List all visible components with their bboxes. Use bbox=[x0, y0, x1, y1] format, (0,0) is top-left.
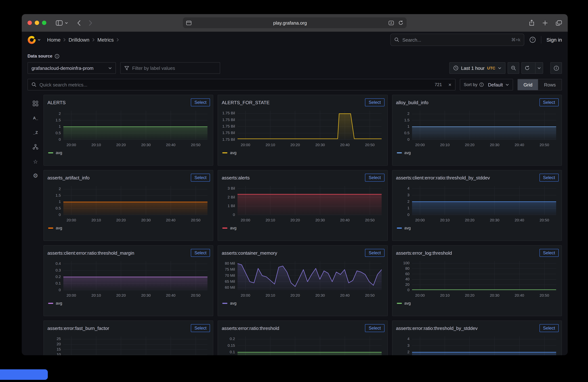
svg-text:20:50: 20:50 bbox=[540, 143, 549, 147]
legend-series-label[interactable]: avg bbox=[230, 301, 237, 305]
view-grid-button[interactable]: Grid bbox=[518, 79, 538, 90]
legend-series-label[interactable]: avg bbox=[230, 151, 237, 155]
help-button[interactable]: ? bbox=[529, 37, 536, 43]
window-controls bbox=[27, 21, 46, 25]
breadcrumb-home[interactable]: Home bbox=[47, 37, 61, 43]
timeseries-chart: 00.511.5220:0020:1020:2020:3020:4020:50 bbox=[46, 184, 210, 224]
quick-search-placeholder: Quick search metrics... bbox=[40, 82, 432, 87]
sidebar-toggle-icon[interactable] bbox=[56, 20, 63, 25]
sort-value: Default bbox=[488, 82, 503, 87]
svg-text:80 Mil: 80 Mil bbox=[225, 261, 235, 265]
breadcrumb-drilldown[interactable]: Drilldown bbox=[69, 37, 89, 43]
search-icon bbox=[394, 37, 399, 42]
chevron-down-icon[interactable] bbox=[65, 21, 68, 24]
page-icon[interactable] bbox=[186, 20, 191, 25]
svg-text:60 Mil: 60 Mil bbox=[225, 285, 235, 289]
reload-icon[interactable] bbox=[398, 20, 403, 25]
url-field[interactable]: play.grafana.org A bbox=[183, 17, 407, 28]
view-mode-toggle: Grid Rows bbox=[517, 79, 562, 90]
select-button[interactable]: Select bbox=[191, 249, 210, 257]
legend-series-label[interactable]: avg bbox=[404, 151, 411, 155]
datasource-picker[interactable]: grafanacloud-demoinfra-prom bbox=[27, 62, 116, 74]
info-circle-icon bbox=[553, 65, 559, 71]
svg-text:20:30: 20:30 bbox=[315, 143, 325, 147]
select-button[interactable]: Select bbox=[365, 324, 384, 332]
sidebar-rail: A_ _Z ☆ ⚙ bbox=[27, 95, 43, 355]
select-button[interactable]: Select bbox=[191, 98, 210, 106]
quick-search-input[interactable]: Quick search metrics... 721 × bbox=[27, 79, 455, 90]
svg-text:20:50: 20:50 bbox=[191, 293, 201, 297]
grafana-logo-icon bbox=[27, 36, 36, 44]
legend-series-icon bbox=[48, 152, 53, 153]
time-range-picker[interactable]: Last 1 hour UTC bbox=[449, 62, 505, 74]
select-button[interactable]: Select bbox=[191, 324, 210, 332]
minimize-window-button[interactable] bbox=[35, 21, 39, 25]
forward-button[interactable] bbox=[89, 20, 93, 26]
zoom-window-button[interactable] bbox=[42, 21, 46, 25]
timeseries-chart: 0123420:0020:1020:2020:3020:4020:50 bbox=[395, 334, 558, 355]
svg-text:?: ? bbox=[532, 38, 534, 42]
legend-series-label[interactable]: avg bbox=[230, 226, 237, 230]
settings-button[interactable]: ⚙ bbox=[30, 170, 41, 182]
select-button[interactable]: Select bbox=[365, 98, 384, 106]
legend-series-label[interactable]: avg bbox=[56, 226, 62, 230]
clear-search-icon[interactable]: × bbox=[448, 82, 451, 88]
back-button[interactable] bbox=[77, 20, 81, 26]
tab-overview-icon[interactable] bbox=[556, 20, 562, 25]
chevron-down-icon bbox=[108, 67, 112, 69]
svg-text:0: 0 bbox=[407, 212, 410, 217]
metric-title: asserts:error:ratio:threshold_by_stddev bbox=[396, 325, 478, 331]
chevron-down-icon bbox=[537, 67, 541, 69]
breadcrumb-metrics[interactable]: Metrics bbox=[97, 37, 114, 43]
sort-az-button[interactable]: A_ bbox=[30, 112, 41, 124]
svg-text:20:50: 20:50 bbox=[540, 293, 549, 297]
svg-text:1: 1 bbox=[407, 124, 410, 128]
translate-icon[interactable]: A bbox=[388, 20, 394, 25]
metric-title: asserts:error_log:threshold bbox=[396, 250, 452, 256]
sign-in-button[interactable]: Sign in bbox=[546, 37, 562, 43]
legend-series-label[interactable]: avg bbox=[56, 301, 62, 305]
share-icon[interactable] bbox=[529, 19, 534, 26]
global-search-input[interactable]: Search... ⌘+k bbox=[390, 34, 524, 46]
metric-title: asserts:client:error:ratio:threshold_mar… bbox=[47, 250, 134, 256]
select-button[interactable]: Select bbox=[191, 174, 210, 182]
legend-series-label[interactable]: avg bbox=[56, 151, 62, 155]
svg-text:20: 20 bbox=[57, 342, 61, 346]
select-button[interactable]: Select bbox=[539, 98, 559, 106]
svg-text:20:30: 20:30 bbox=[141, 293, 151, 297]
refresh-interval-dropdown[interactable] bbox=[535, 63, 543, 74]
sort-control[interactable]: Sort by Default bbox=[460, 79, 513, 90]
sort-za-button[interactable]: _Z bbox=[30, 127, 41, 138]
view-rows-button[interactable]: Rows bbox=[538, 79, 562, 90]
svg-text:20:30: 20:30 bbox=[315, 293, 325, 297]
svg-text:20:20: 20:20 bbox=[116, 218, 126, 222]
group-button[interactable] bbox=[30, 141, 41, 153]
star-icon: ☆ bbox=[33, 159, 38, 164]
overview-grid-button[interactable] bbox=[30, 98, 41, 109]
info-icon[interactable] bbox=[55, 54, 59, 58]
svg-text:A: A bbox=[390, 21, 392, 24]
close-window-button[interactable] bbox=[27, 21, 32, 25]
svg-text:1.5: 1.5 bbox=[56, 118, 61, 122]
svg-text:65 Mil: 65 Mil bbox=[225, 279, 235, 284]
svg-text:4: 4 bbox=[407, 337, 410, 341]
select-button[interactable]: Select bbox=[539, 324, 559, 332]
svg-text:0: 0 bbox=[233, 212, 235, 217]
info-button[interactable] bbox=[550, 62, 562, 74]
select-button[interactable]: Select bbox=[539, 249, 559, 257]
label-filter-input[interactable]: Filter by label values bbox=[120, 62, 220, 74]
select-button[interactable]: Select bbox=[365, 174, 384, 182]
select-button[interactable]: Select bbox=[539, 174, 559, 182]
legend-series-label[interactable]: avg bbox=[404, 226, 411, 230]
zoom-out-button[interactable] bbox=[508, 62, 519, 74]
svg-text:20:30: 20:30 bbox=[490, 293, 499, 297]
refresh-button[interactable] bbox=[522, 63, 533, 74]
select-button[interactable]: Select bbox=[365, 249, 384, 257]
svg-text:1: 1 bbox=[59, 124, 61, 128]
svg-text:0.15: 0.15 bbox=[228, 343, 235, 347]
favorites-button[interactable]: ☆ bbox=[30, 155, 41, 167]
info-icon[interactable] bbox=[479, 82, 483, 87]
grafana-logo-button[interactable] bbox=[27, 36, 41, 44]
new-tab-icon[interactable] bbox=[542, 20, 548, 25]
legend-series-label[interactable]: avg bbox=[404, 301, 411, 305]
